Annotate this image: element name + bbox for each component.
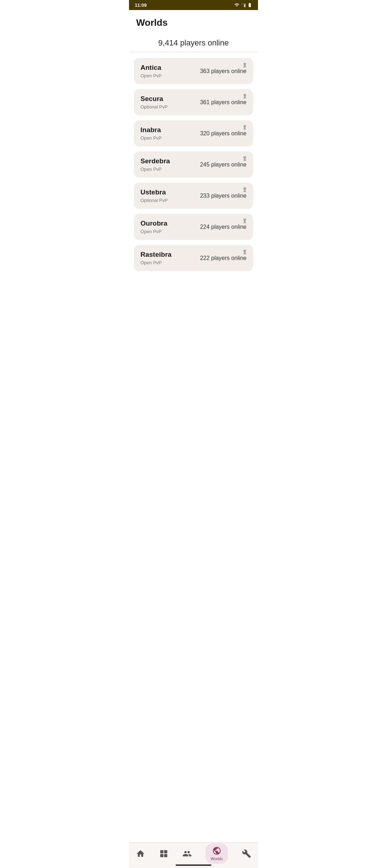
signal-icon (241, 3, 246, 8)
status-icons (234, 3, 252, 8)
pin-icon (242, 125, 248, 131)
world-pvp-type: Open PvP (140, 229, 167, 234)
world-card[interactable]: Secura Optional PvP 361 players online (134, 89, 253, 115)
world-name: Serdebra (140, 157, 170, 165)
world-info: Antica Open PvP (140, 64, 162, 78)
world-pvp-type: Open PvP (140, 135, 162, 141)
world-name: Antica (140, 64, 162, 72)
world-players-count: 233 players online (200, 193, 247, 199)
world-name: Rasteibra (140, 251, 172, 259)
players-online-container: 9,414 players online (129, 31, 258, 52)
world-name: Ustebra (140, 188, 168, 196)
world-players-count: 320 players online (200, 130, 247, 137)
world-players-count: 363 players online (200, 68, 247, 74)
world-pvp-type: Open PvP (140, 73, 162, 78)
world-name: Secura (140, 95, 168, 103)
world-card[interactable]: Ustebra Optional PvP 233 players online (134, 183, 253, 209)
world-card[interactable]: Ourobra Open PvP 224 players online (134, 214, 253, 240)
pin-icon (242, 93, 248, 100)
world-pvp-type: Optional PvP (140, 198, 168, 203)
world-card[interactable]: Serdebra Open PvP 245 players online (134, 151, 253, 178)
world-pvp-type: Open PvP (140, 167, 170, 172)
pin-icon (242, 62, 248, 69)
world-list: Antica Open PvP 363 players online Secur… (129, 52, 258, 277)
svg-rect-1 (245, 4, 245, 7)
pin-icon (242, 249, 248, 256)
world-info: Serdebra Open PvP (140, 157, 170, 172)
world-card[interactable]: Antica Open PvP 363 players online (134, 58, 253, 84)
svg-rect-0 (244, 5, 245, 7)
world-pvp-type: Open PvP (140, 260, 172, 265)
world-info: Rasteibra Open PvP (140, 251, 172, 265)
pin-icon (242, 187, 248, 193)
world-info: Ustebra Optional PvP (140, 188, 168, 203)
world-players-count: 245 players online (200, 161, 247, 168)
world-name: Ourobra (140, 220, 167, 227)
world-card[interactable]: Inabra Open PvP 320 players online (134, 120, 253, 146)
world-info: Secura Optional PvP (140, 95, 168, 110)
world-players-count: 361 players online (200, 99, 247, 106)
world-players-count: 222 players online (200, 255, 247, 261)
status-time: 11:09 (135, 3, 147, 8)
page-title: Worlds (136, 17, 251, 28)
pin-icon (242, 156, 248, 162)
pin-icon (242, 218, 248, 225)
world-card[interactable]: Rasteibra Open PvP 222 players online (134, 245, 253, 271)
players-online-count: 9,414 players online (158, 38, 229, 47)
status-bar: 11:09 (129, 0, 258, 10)
world-pvp-type: Optional PvP (140, 104, 168, 110)
world-info: Inabra Open PvP (140, 126, 162, 141)
world-name: Inabra (140, 126, 162, 134)
wifi-icon (234, 3, 239, 8)
battery-icon (247, 3, 252, 8)
page-header: Worlds (129, 10, 258, 31)
world-players-count: 224 players online (200, 224, 247, 230)
world-info: Ourobra Open PvP (140, 220, 167, 234)
